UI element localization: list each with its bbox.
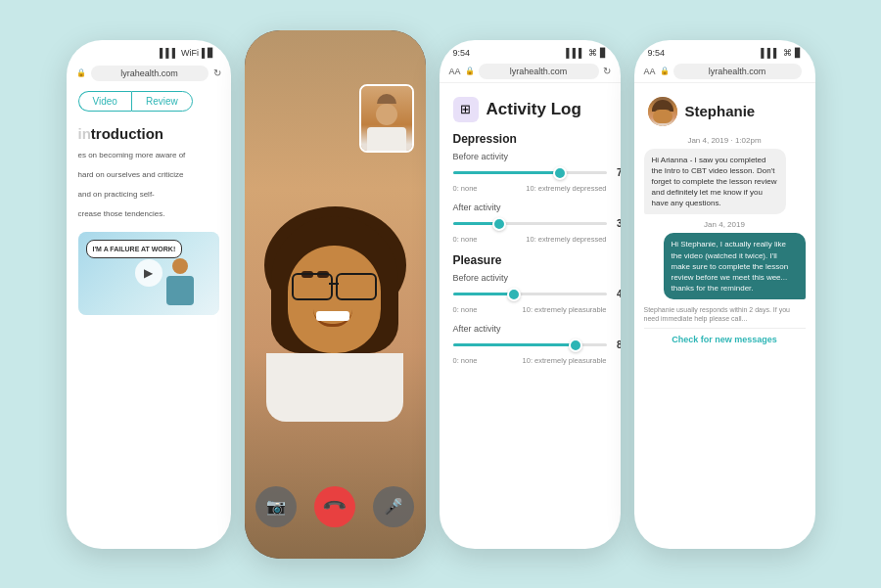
phone1-text-line1: es on becoming more aware of <box>67 146 231 165</box>
check-messages-button[interactable]: Check for new messages <box>644 328 806 350</box>
slider-thumb-3[interactable] <box>507 288 521 301</box>
range-high: 10: extremely depressed <box>526 184 606 193</box>
play-button[interactable]: ▶ <box>135 259 162 287</box>
depression-after-range: 0: none 10: extremely depressed <box>453 235 607 244</box>
slider-fill <box>453 171 561 174</box>
depression-after-value: 3 <box>617 218 621 229</box>
sent-message-1: Hi Stephanie, I actually really like the… <box>644 233 806 299</box>
slider-thumb-4[interactable] <box>569 339 582 352</box>
pleasure-section-title: Pleasure <box>453 253 607 267</box>
tab-video[interactable]: Video <box>78 91 131 112</box>
slider-track <box>453 171 607 174</box>
depression-before-range: 0: none 10: extremely depressed <box>453 184 607 193</box>
refresh-icon[interactable]: ↻ <box>213 68 221 78</box>
signal-icon: ▌▌▌ <box>160 48 178 58</box>
slider-thumb[interactable] <box>553 166 567 180</box>
activity-log-header: ⊞ Activity Log <box>453 97 607 122</box>
depression-before-label: Before activity <box>453 152 607 161</box>
phone1-status-icons: ▌▌▌ WiFi ▌▊ <box>160 48 215 58</box>
phone1-tabs: Video Review <box>67 85 231 117</box>
wifi-icon-3: ⌘ <box>588 48 597 58</box>
slider-track-4 <box>453 343 607 346</box>
divider-4 <box>634 82 815 83</box>
phone4-browser-bar: AA 🔒 lyrahealth.com <box>634 61 815 82</box>
font-size-icon: AA <box>449 67 461 76</box>
pleasure-after-value: 8 <box>617 339 621 350</box>
pleasure-before-range: 0: none 10: extremely pleasurable <box>453 305 607 314</box>
phone1-page-title: introduction <box>67 117 231 146</box>
phone1-url: lyrahealth.com <box>91 66 209 81</box>
pleasure-before-value: 4 <box>617 289 621 299</box>
pleasure-after-label: After activity <box>453 324 607 334</box>
video-call-screen: 📷 📞 🎤 <box>245 30 426 559</box>
main-video-feed <box>245 30 426 559</box>
phone1-comic-image: I'M A FAILURE AT WORK! ▶ <box>78 232 219 315</box>
phone4-time: 9:54 <box>648 48 666 58</box>
depression-before-slider[interactable]: 7 <box>453 164 607 182</box>
phone3-status-icons: ▌▌▌ ⌘ ▊ <box>566 48 606 58</box>
phone3-status-bar: 9:54 ▌▌▌ ⌘ ▊ <box>440 40 621 61</box>
slider-track-3 <box>453 293 607 295</box>
refresh-icon-3[interactable]: ↻ <box>603 66 611 76</box>
phone-video-call: 📷 📞 🎤 <box>245 30 426 559</box>
depression-after-group: After activity 3 0: none 10: extremely d… <box>453 203 607 244</box>
phone-activity-log: 9:54 ▌▌▌ ⌘ ▊ AA 🔒 lyrahealth.com ↻ ⊞ Act… <box>440 40 621 549</box>
therapist-avatar <box>648 97 677 126</box>
end-call-icon: 📞 <box>321 493 348 520</box>
bubble-sent-1: Hi Stephanie, I actually really like the… <box>664 233 806 299</box>
face-illustration <box>266 216 403 412</box>
mic-button[interactable]: 🎤 <box>373 486 414 527</box>
chat-messages: Jan 4, 2019 · 1:02pm Hi Arianna - I saw … <box>634 132 815 549</box>
end-call-button[interactable]: 📞 <box>314 486 355 527</box>
pleasure-after-slider[interactable]: 8 <box>453 337 607 354</box>
pleasure-before-group: Before activity 4 0: none 10: extremely … <box>453 273 607 314</box>
phone1-status-bar: ▌▌▌ WiFi ▌▊ <box>67 40 231 62</box>
battery-icon-4: ▊ <box>795 48 802 58</box>
camera-icon: 📷 <box>266 497 286 516</box>
comic-speech-bubble: I'M A FAILURE AT WORK! <box>86 240 183 258</box>
range-low-4: 0: none <box>453 356 478 365</box>
signal-icon-4: ▌▌▌ <box>761 48 779 58</box>
self-face <box>361 86 412 151</box>
date-stamp-2: Jan 4, 2019 <box>644 220 806 229</box>
range-high-3: 10: extremely pleasurable <box>523 305 607 314</box>
mic-icon: 🎤 <box>384 497 403 516</box>
activity-log-title: Activity Log <box>487 100 581 119</box>
phone4-url: lyrahealth.com <box>673 64 802 79</box>
activity-log-content: ⊞ Activity Log Depression Before activit… <box>440 89 621 383</box>
shoulder <box>266 353 403 422</box>
range-low-3: 0: none <box>453 305 478 314</box>
range-high-4: 10: extremely pleasurable <box>523 356 607 365</box>
tab-review[interactable]: Review <box>131 91 193 112</box>
pleasure-before-slider[interactable]: 4 <box>453 286 607 303</box>
therapist-name: Stephanie <box>685 103 756 119</box>
phone1-browser-bar: 🔒 lyrahealth.com ↻ <box>67 62 231 85</box>
grid-icon: ⊞ <box>460 102 471 116</box>
depression-before-value: 7 <box>617 167 621 178</box>
divider <box>440 82 621 83</box>
chat-header: Stephanie <box>634 89 815 132</box>
slider-fill-3 <box>453 293 515 295</box>
wifi-icon: WiFi <box>181 48 199 58</box>
call-controls: 📷 📞 🎤 <box>245 486 426 527</box>
camera-button[interactable]: 📷 <box>255 486 297 527</box>
pleasure-after-range: 0: none 10: extremely pleasurable <box>453 356 607 365</box>
depression-before-group: Before activity 7 0: none 10: extremely … <box>453 152 607 193</box>
phone1-text-line2: hard on ourselves and criticize <box>67 165 231 185</box>
activity-log-icon: ⊞ <box>453 97 479 122</box>
phone4-status-icons: ▌▌▌ ⌘ ▊ <box>761 48 801 58</box>
depression-after-label: After activity <box>453 203 607 212</box>
depression-after-slider[interactable]: 3 <box>453 215 607 233</box>
glasses-bridge <box>329 283 339 285</box>
range-high-2: 10: extremely depressed <box>526 235 606 244</box>
slider-fill-4 <box>453 343 577 346</box>
phone-video-lesson: ▌▌▌ WiFi ▌▊ 🔒 lyrahealth.com ↻ Video Rev… <box>67 40 231 549</box>
received-message-1: Hi Arianna - I saw you completed the Int… <box>644 149 806 215</box>
slider-thumb-2[interactable] <box>492 217 506 231</box>
battery-icon-3: ▊ <box>600 48 607 58</box>
phone3-url: lyrahealth.com <box>479 64 599 79</box>
teeth <box>316 311 349 321</box>
phone1-text-line3: and on practicing self- <box>67 185 231 204</box>
phone4-status-bar: 9:54 ▌▌▌ ⌘ ▊ <box>634 40 815 61</box>
font-size-icon-4: AA <box>644 67 656 76</box>
